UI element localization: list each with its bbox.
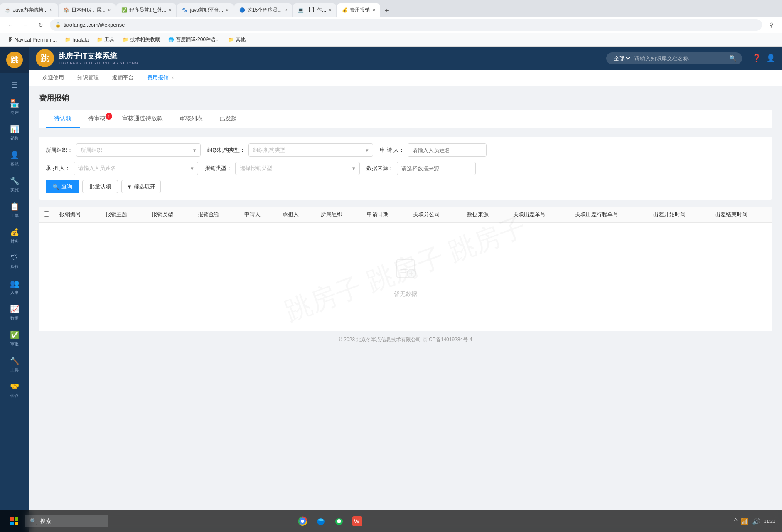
tab-knowledge[interactable]: 知识管理 (71, 70, 106, 86)
tab-expense-close[interactable]: × (171, 75, 174, 80)
bookmark-6[interactable]: 📁 其他 (225, 35, 249, 44)
search-button[interactable]: 🔍 (729, 55, 736, 62)
tab-expense[interactable]: 费用报销 × (140, 70, 180, 86)
browser-tab-7[interactable]: 💰 费用报销 × (337, 3, 380, 17)
sidebar-item-auth[interactable]: 🛡 授权 (0, 249, 29, 274)
sidebar-item-finance[interactable]: 💰 财务 (0, 224, 29, 249)
filter-tab-approved[interactable]: 审核通过待放款 (114, 110, 171, 128)
taskbar-app-edge2[interactable] (331, 513, 347, 530)
help-button[interactable]: ❓ (752, 54, 761, 63)
search-input[interactable] (634, 55, 726, 62)
header-actions: ❓ 👤 (752, 54, 775, 63)
bearer-label: 承 担 人： (46, 165, 70, 172)
sidebar-item-worklist[interactable]: 📋 工单 (0, 198, 29, 223)
org-select[interactable]: 所属组织 ▾ (76, 143, 201, 157)
sidebar-logo[interactable]: 跳 (0, 47, 29, 73)
filter-tab-review[interactable]: 待审核 1 (80, 110, 114, 128)
filter-applicant: 申 请 人： (380, 143, 487, 157)
org-type-select[interactable]: 组织机构类型 ▾ (248, 143, 373, 157)
user-avatar[interactable]: 👤 (766, 54, 775, 63)
sidebar-item-data[interactable]: 📈 数据 (0, 300, 29, 325)
sidebar-item-sales[interactable]: 📊 销售 (0, 121, 29, 145)
filter-expand-button[interactable]: ▼ 筛选展开 (121, 180, 161, 193)
refresh-button[interactable]: ↻ (35, 19, 47, 31)
hr-icon: 👥 (10, 279, 19, 288)
browser-tab-1[interactable]: ☕ Java内存结构... × (0, 3, 58, 17)
filter-tab-pending[interactable]: 待认领 (46, 110, 80, 128)
clock: 11:23 (764, 519, 775, 524)
back-button[interactable]: ← (5, 19, 17, 31)
applicant-input[interactable] (408, 143, 487, 157)
sidebar-item-meeting[interactable]: 🤝 会议 (0, 378, 29, 403)
data-source-input[interactable] (397, 162, 476, 175)
tab-close-3[interactable]: × (169, 7, 171, 12)
col-branch: 关联分公司 (408, 207, 462, 223)
forward-button[interactable]: → (20, 19, 32, 31)
filter-tab-list[interactable]: 审核列表 (171, 110, 211, 128)
network-icon[interactable]: 📶 (740, 517, 749, 525)
start-button[interactable] (7, 514, 22, 529)
header-search-bar[interactable]: 全部 🔍 (606, 52, 742, 64)
tab-welcome[interactable]: 欢迎使用 (36, 70, 71, 86)
browser-tab-6[interactable]: 💻 【 】作... × (293, 3, 337, 17)
batch-confirm-button[interactable]: 批量认领 (82, 180, 118, 193)
bookmark-2[interactable]: 📁 hualala (61, 36, 92, 44)
bookmark-3[interactable]: 📁 工具 (93, 35, 118, 44)
app-header: 跳 跳房子IT支撑系统 TIAO FANG ZI IT ZHI CHENG XI… (29, 47, 782, 70)
bearer-select[interactable]: 请输入人员姓名 ▾ (74, 162, 198, 175)
browser-tab-4[interactable]: 🐾 java兼职平台... × (177, 3, 233, 17)
browser-tab-5[interactable]: 🔵 这15个程序员... × (234, 3, 292, 17)
filter-row-2: 承 担 人： 请输入人员姓名 ▾ 报销类型： 选择报销类型 ▾ (46, 162, 765, 175)
implement-icon: 🔧 (10, 176, 19, 185)
taskbar-app-chrome[interactable] (294, 513, 311, 530)
taskbar-apps: W (294, 513, 366, 530)
sidebar-item-menu[interactable]: ☰ (0, 76, 29, 94)
taskbar-app-edge1[interactable] (312, 513, 329, 530)
browser-search-button[interactable]: ⚲ (765, 19, 777, 31)
sidebar-item-approval[interactable]: ✅ 审批 (0, 326, 29, 351)
bookmark-4[interactable]: 📁 技术相关收藏 (119, 35, 163, 44)
tab-favicon-7: 💰 (342, 7, 348, 13)
col-applicant: 申请人 (239, 207, 278, 223)
lock-icon: 🔒 (55, 22, 61, 28)
tray-icon-1[interactable]: ^ (734, 517, 738, 525)
empty-state: 暂无数据 (39, 223, 772, 331)
tab-return[interactable]: 返佣平台 (106, 70, 140, 86)
reimbursement-type-dropdown-icon: ▾ (352, 165, 355, 172)
sidebar-item-merchant[interactable]: 🏪 商户 (0, 95, 29, 120)
reimbursement-type-select[interactable]: 选择报销类型 ▾ (235, 162, 360, 175)
search-scope-select[interactable]: 全部 (612, 55, 631, 62)
sidebar-item-implement[interactable]: 🔧 实施 (0, 172, 29, 197)
browser-tab-3[interactable]: ✅ 程序员兼职_外... × (116, 3, 176, 17)
select-all-checkbox[interactable] (44, 211, 49, 217)
sidebar-item-hr[interactable]: 👥 人事 (0, 275, 29, 300)
sidebar-item-tools[interactable]: 🔨 工具 (0, 352, 29, 377)
sidebar-item-customer[interactable]: 👤 客服 (0, 146, 29, 171)
table-header-checkbox[interactable] (39, 207, 54, 223)
tab-close-6[interactable]: × (329, 7, 331, 12)
new-tab-button[interactable]: + (381, 5, 393, 17)
applicant-label: 申 请 人： (380, 146, 404, 154)
taskbar-search[interactable]: 🔍 搜索 (25, 515, 108, 527)
filter-data-source: 数据来源： (366, 162, 476, 175)
header-logo: 跳 (36, 49, 54, 67)
browser-tab-2[interactable]: 🏠 日本租房，居... × (59, 3, 116, 17)
svg-rect-4 (10, 522, 14, 525)
filter-tab-initiated[interactable]: 已发起 (211, 110, 245, 128)
taskbar-app-red[interactable]: W (349, 513, 366, 530)
page-title: 费用报销 (39, 93, 772, 103)
tab-close-4[interactable]: × (226, 7, 228, 12)
url-bar[interactable]: 🔒 tiaofangzi.com/#/expense (50, 19, 762, 31)
svg-rect-5 (15, 522, 18, 525)
bookmark-5[interactable]: 🌐 百度翻译-200种语... (165, 35, 223, 44)
tab-close-5[interactable]: × (284, 7, 287, 12)
volume-icon[interactable]: 🔊 (752, 517, 760, 525)
table-header-row: 报销编号 报销主题 报销类型 报销金额 申请人 承担人 所属组织 申请日期 关联… (39, 207, 772, 223)
tab-close-1[interactable]: × (50, 7, 52, 12)
tab-close-7[interactable]: × (372, 7, 375, 12)
taskbar-search-icon: 🔍 (30, 518, 37, 525)
bookmark-1[interactable]: 🗄 Navicat Premium... (5, 36, 60, 44)
tab-close-2[interactable]: × (108, 7, 111, 12)
query-button[interactable]: 🔍 查询 (46, 180, 79, 193)
org-dropdown-icon: ▾ (193, 147, 196, 153)
